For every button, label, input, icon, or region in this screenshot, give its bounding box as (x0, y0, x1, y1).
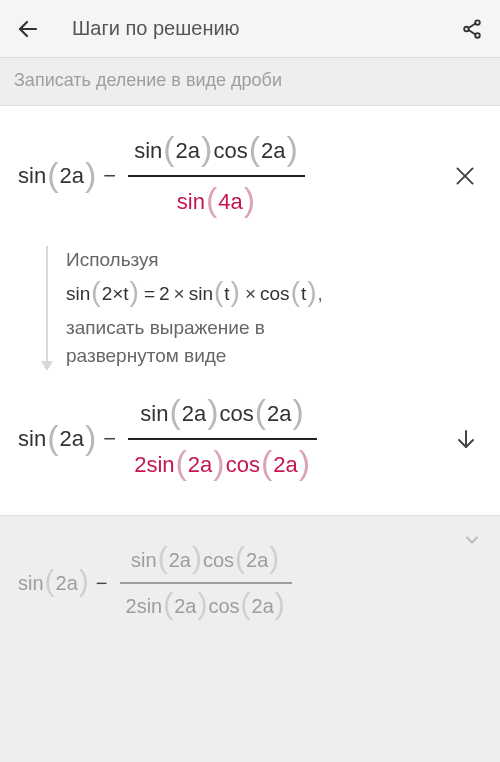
highlighted-denominator: 2 sin ( 2a ) cos ( 2a ) (128, 442, 317, 487)
arrow-left-icon (16, 17, 40, 41)
explanation-block: Используя sin ( 2×t ) = 2 × sin ( t ) × … (46, 246, 482, 369)
next-step-preview[interactable]: sin ( 2a ) − sin ( 2a ) cos ( 2a ) 2 sin… (0, 515, 500, 650)
back-button[interactable] (14, 15, 42, 43)
next-step-expression: sin ( 2a ) − sin ( 2a ) cos ( 2a ) 2 sin… (18, 540, 292, 626)
top-bar: Шаги по решению (0, 0, 500, 58)
step-1-expression: sin ( 2a ) − sin ( 2a ) cos ( 2a ) sin (18, 128, 305, 224)
page-title: Шаги по решению (42, 17, 458, 40)
close-step-button[interactable] (438, 163, 482, 189)
explanation-text: Используя sin ( 2×t ) = 2 × sin ( t ) × … (66, 246, 323, 369)
svg-line-4 (469, 23, 476, 27)
solution-card: sin ( 2a ) − sin ( 2a ) cos ( 2a ) sin (0, 106, 500, 515)
svg-line-5 (469, 30, 476, 34)
explanation-formula: sin ( 2×t ) = 2 × sin ( t ) × cos ( t ) … (66, 274, 323, 315)
step-1-row: sin ( 2a ) − sin ( 2a ) cos ( 2a ) sin (18, 128, 482, 224)
highlighted-denominator: sin ( 4a ) (171, 179, 262, 224)
step-2-row: sin ( 2a ) − sin ( 2a ) cos ( 2a ) 2 (18, 391, 482, 487)
share-button[interactable] (458, 15, 486, 43)
close-icon (452, 163, 478, 189)
step-2-expression: sin ( 2a ) − sin ( 2a ) cos ( 2a ) 2 (18, 391, 317, 487)
arrow-down-icon (454, 427, 478, 451)
step-description: Записать деление в виде дроби (0, 58, 500, 106)
next-step-button[interactable] (440, 427, 482, 451)
flow-arrow-icon (46, 246, 48, 369)
share-icon (461, 18, 483, 40)
chevron-down-icon (462, 530, 482, 550)
expand-step-button[interactable] (462, 530, 482, 550)
